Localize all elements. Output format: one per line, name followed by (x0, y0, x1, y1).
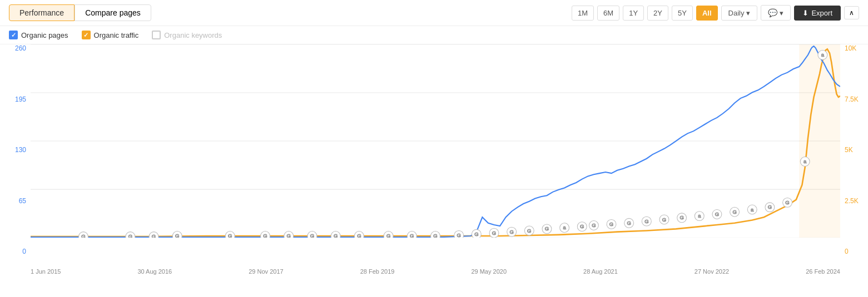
svg-text:G: G (386, 233, 390, 238)
x-label-1: 30 Aug 2016 (137, 268, 172, 275)
chart-container: 260 195 130 65 0 10K 7.5K 5K 2.5K 0 G G (0, 44, 868, 278)
svg-text:G: G (334, 233, 338, 238)
svg-text:G: G (263, 233, 267, 238)
x-label-7: 26 Feb 2024 (806, 268, 840, 275)
organic-traffic-label: Organic traffic (94, 31, 139, 39)
svg-text:G: G (228, 233, 232, 238)
svg-text:G: G (592, 222, 596, 228)
time-btn-2y[interactable]: 2Y (647, 6, 668, 21)
chevron-up-icon: ∧ (849, 9, 854, 17)
export-label: Export (811, 9, 832, 17)
x-label-2: 29 Nov 2017 (249, 268, 283, 275)
y-right-2k5: 2.5K (845, 197, 859, 205)
tab-performance[interactable]: Performance (9, 4, 75, 21)
time-btn-6m[interactable]: 6M (597, 6, 619, 21)
time-btn-1y[interactable]: 1Y (623, 6, 644, 21)
y-right-5k: 5K (845, 146, 853, 154)
checkmark-icon-2: ✓ (83, 32, 88, 39)
svg-text:G: G (81, 233, 85, 238)
svg-text:G: G (627, 220, 631, 226)
svg-text:G: G (527, 228, 531, 234)
time-btn-all[interactable]: All (696, 6, 718, 21)
tab-group: Performance Compare pages (9, 4, 151, 21)
legend-organic-traffic[interactable]: ✓ Organic traffic (82, 31, 139, 39)
y-left-195: 195 (15, 95, 26, 103)
y-left-260: 260 (15, 44, 26, 52)
organic-pages-label: Organic pages (21, 31, 68, 39)
x-axis: 1 Jun 2015 30 Aug 2016 29 Nov 2017 28 Fe… (31, 268, 840, 275)
download-icon: ⬇ (802, 9, 809, 17)
svg-text:G: G (545, 226, 549, 232)
svg-text:G: G (662, 217, 666, 223)
svg-text:G: G (152, 233, 156, 238)
top-bar: Performance Compare pages 1M 6M 1Y 2Y 5Y… (0, 0, 868, 26)
export-button[interactable]: ⬇ Export (794, 6, 841, 21)
tab-compare-pages[interactable]: Compare pages (75, 4, 151, 21)
svg-text:G: G (310, 233, 314, 238)
chevron-down-icon-2: ▾ (780, 9, 783, 17)
svg-text:G: G (492, 230, 496, 236)
organic-keywords-label: Organic keywords (164, 31, 222, 39)
daily-dropdown[interactable]: Daily ▾ (721, 6, 758, 21)
svg-text:G: G (287, 233, 291, 238)
daily-label: Daily (728, 9, 745, 17)
y-right-10k: 10K (845, 44, 856, 52)
time-btn-1m[interactable]: 1M (572, 6, 594, 21)
svg-text:G: G (715, 211, 719, 217)
svg-text:G: G (768, 204, 772, 210)
svg-text:G: G (433, 233, 437, 238)
comment-icon: 💬 (768, 8, 777, 17)
svg-text:a: a (698, 213, 701, 219)
svg-text:G: G (785, 199, 789, 205)
x-label-4: 29 May 2020 (471, 268, 507, 275)
chart-svg: G G G G G G G G G G G G G G (31, 44, 840, 238)
checkbox-organic-traffic[interactable]: ✓ (82, 31, 91, 39)
legend-organic-pages[interactable]: ✓ Organic pages (9, 31, 68, 39)
svg-text:G: G (474, 231, 478, 237)
svg-text:G: G (609, 221, 613, 227)
svg-text:G: G (128, 233, 132, 238)
y-axis-left: 260 195 130 65 0 (0, 44, 31, 255)
controls-right: 1M 6M 1Y 2Y 5Y All Daily ▾ 💬 ▾ ⬇ Export … (572, 5, 859, 21)
y-left-0: 0 (22, 248, 26, 255)
y-left-65: 65 (19, 197, 26, 205)
svg-text:G: G (357, 233, 361, 238)
svg-text:a: a (821, 52, 825, 58)
chevron-down-icon: ▾ (746, 9, 750, 17)
x-label-0: 1 Jun 2015 (31, 268, 61, 275)
event-markers: G G G G G G G G G G G G G G (79, 51, 827, 238)
svg-text:G: G (509, 229, 513, 235)
y-left-130: 130 (15, 146, 26, 154)
checkbox-organic-keywords[interactable] (152, 31, 161, 39)
svg-text:G: G (679, 214, 683, 220)
svg-text:a: a (751, 207, 754, 213)
svg-text:a: a (803, 158, 807, 164)
svg-text:a: a (563, 224, 566, 230)
svg-text:G: G (580, 223, 584, 229)
x-label-3: 28 Feb 2019 (360, 268, 395, 275)
svg-text:G: G (175, 233, 179, 238)
svg-text:G: G (410, 233, 414, 238)
x-label-6: 27 Nov 2022 (695, 268, 729, 275)
legend-bar: ✓ Organic pages ✓ Organic traffic Organi… (0, 26, 868, 44)
svg-text:G: G (732, 209, 736, 215)
x-label-5: 28 Aug 2021 (583, 268, 618, 275)
y-right-0: 0 (845, 248, 849, 255)
comment-dropdown[interactable]: 💬 ▾ (761, 5, 791, 21)
svg-text:G: G (457, 232, 461, 238)
y-right-7k5: 7.5K (845, 95, 859, 103)
collapse-button[interactable]: ∧ (844, 6, 859, 19)
time-btn-5y[interactable]: 5Y (672, 6, 693, 21)
legend-organic-keywords[interactable]: Organic keywords (152, 31, 222, 39)
checkmark-icon: ✓ (11, 32, 16, 39)
svg-text:G: G (644, 218, 648, 224)
checkbox-organic-pages[interactable]: ✓ (9, 31, 18, 39)
y-axis-right: 10K 7.5K 5K 2.5K 0 (840, 44, 868, 255)
